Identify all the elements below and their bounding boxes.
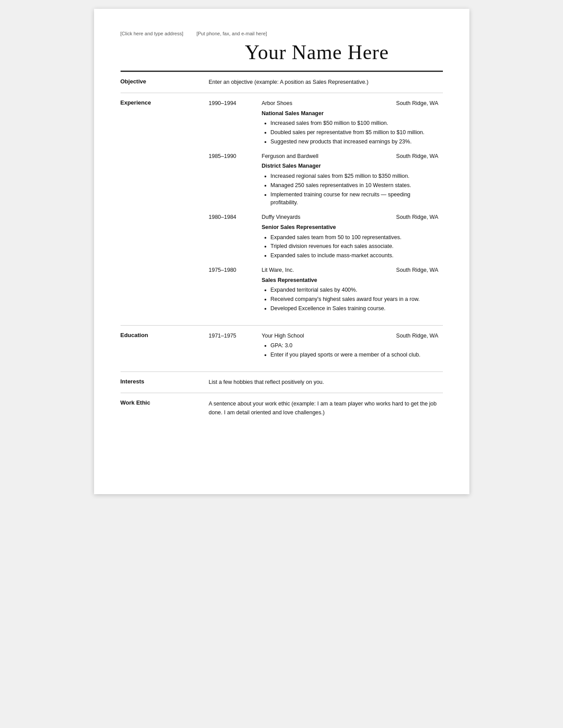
job-header: 1990–1994Arbor ShoesSouth Ridge, WA: [209, 99, 438, 108]
objective-row: Objective Enter an objective (example: A…: [121, 72, 443, 93]
work-ethic-row: Work Ethic A sentence about your work et…: [121, 393, 443, 423]
interests-row: Interests List a few hobbies that reflec…: [121, 372, 443, 393]
job-block: 1985–1990Ferguson and BardwellSouth Ridg…: [209, 152, 438, 207]
experience-content: 1990–1994Arbor ShoesSouth Ridge, WANatio…: [209, 93, 443, 325]
list-item[interactable]: Increased sales from $50 million to $100…: [271, 119, 438, 128]
edu-bullets: GPA: 3.0Enter if you played sports or we…: [271, 341, 438, 359]
contact-placeholder[interactable]: [Put phone, fax, and e-mail here]: [196, 31, 267, 36]
job-title: Sales Representative: [262, 276, 438, 285]
job-years: 1975–1980: [209, 266, 262, 274]
job-bullets: Expanded territorial sales by 400%.Recei…: [271, 286, 438, 312]
edu-header: 1971–1975Your High SchoolSouth Ridge, WA: [209, 332, 438, 340]
education-row: Education 1971–1975Your High SchoolSouth…: [121, 325, 443, 372]
job-years: 1985–1990: [209, 152, 262, 161]
job-years: 1990–1994: [209, 99, 262, 108]
interests-label: Interests: [121, 372, 209, 393]
resume-page: [Click here and type address] [Put phone…: [94, 9, 469, 494]
job-header: 1985–1990Ferguson and BardwellSouth Ridg…: [209, 152, 438, 161]
job-block: 1990–1994Arbor ShoesSouth Ridge, WANatio…: [209, 99, 438, 146]
list-item[interactable]: Suggested new products that increased ea…: [271, 138, 438, 146]
job-company: Duffy Vineyards: [262, 213, 397, 221]
list-item[interactable]: Tripled division revenues for each sales…: [271, 242, 438, 251]
job-block: 1975–1980Lit Ware, Inc.South Ridge, WASa…: [209, 266, 438, 313]
job-years: 1980–1984: [209, 213, 262, 221]
list-item[interactable]: Expanded sales to include mass-market ac…: [271, 251, 438, 260]
resume-name[interactable]: Your Name Here: [191, 41, 443, 64]
job-title: District Sales Manager: [262, 162, 438, 170]
job-company: Arbor Shoes: [262, 99, 397, 108]
job-title: Senior Sales Representative: [262, 223, 438, 232]
work-ethic-content[interactable]: A sentence about your work ethic (exampl…: [209, 393, 443, 423]
job-bullets: Expanded sales team from 50 to 100 repre…: [271, 233, 438, 260]
list-item[interactable]: Received company's highest sales award f…: [271, 295, 438, 304]
list-item[interactable]: Managed 250 sales representatives in 10 …: [271, 181, 438, 190]
name-section: Your Name Here: [121, 41, 443, 64]
list-item[interactable]: Doubled sales per representative from $5…: [271, 128, 438, 137]
list-item[interactable]: Expanded sales team from 50 to 100 repre…: [271, 233, 438, 242]
edu-years: 1971–1975: [209, 332, 262, 340]
objective-content[interactable]: Enter an objective (example: A position …: [209, 72, 443, 93]
job-header: 1980–1984Duffy VineyardsSouth Ridge, WA: [209, 213, 438, 221]
edu-school: Your High School: [262, 332, 397, 340]
list-item[interactable]: Implemented training course for new recr…: [271, 191, 438, 207]
list-item[interactable]: GPA: 3.0: [271, 341, 438, 350]
job-location: South Ridge, WA: [396, 99, 438, 108]
education-label: Education: [121, 325, 209, 372]
experience-row: Experience 1990–1994Arbor ShoesSouth Rid…: [121, 93, 443, 325]
job-title: National Sales Manager: [262, 109, 438, 118]
list-item[interactable]: Increased regional sales from $25 millio…: [271, 172, 438, 180]
job-location: South Ridge, WA: [396, 213, 438, 221]
work-ethic-label: Work Ethic: [121, 393, 209, 423]
list-item[interactable]: Enter if you played sports or were a mem…: [271, 351, 438, 359]
list-item[interactable]: Developed Excellence in Sales training c…: [271, 304, 438, 313]
education-content: 1971–1975Your High SchoolSouth Ridge, WA…: [209, 325, 443, 372]
job-bullets: Increased sales from $50 million to $100…: [271, 119, 438, 146]
header-top: [Click here and type address] [Put phone…: [121, 31, 443, 36]
edu-location: South Ridge, WA: [396, 332, 438, 340]
address-placeholder[interactable]: [Click here and type address]: [121, 31, 183, 36]
resume-table: Objective Enter an objective (example: A…: [121, 72, 443, 423]
interests-content[interactable]: List a few hobbies that reflect positive…: [209, 372, 443, 393]
job-company: Ferguson and Bardwell: [262, 152, 397, 161]
job-bullets: Increased regional sales from $25 millio…: [271, 172, 438, 207]
job-location: South Ridge, WA: [396, 266, 438, 274]
experience-label: Experience: [121, 93, 209, 325]
objective-label: Objective: [121, 72, 209, 93]
list-item[interactable]: Expanded territorial sales by 400%.: [271, 286, 438, 294]
job-location: South Ridge, WA: [396, 152, 438, 161]
job-company: Lit Ware, Inc.: [262, 266, 397, 274]
job-header: 1975–1980Lit Ware, Inc.South Ridge, WA: [209, 266, 438, 274]
job-block: 1980–1984Duffy VineyardsSouth Ridge, WAS…: [209, 213, 438, 260]
